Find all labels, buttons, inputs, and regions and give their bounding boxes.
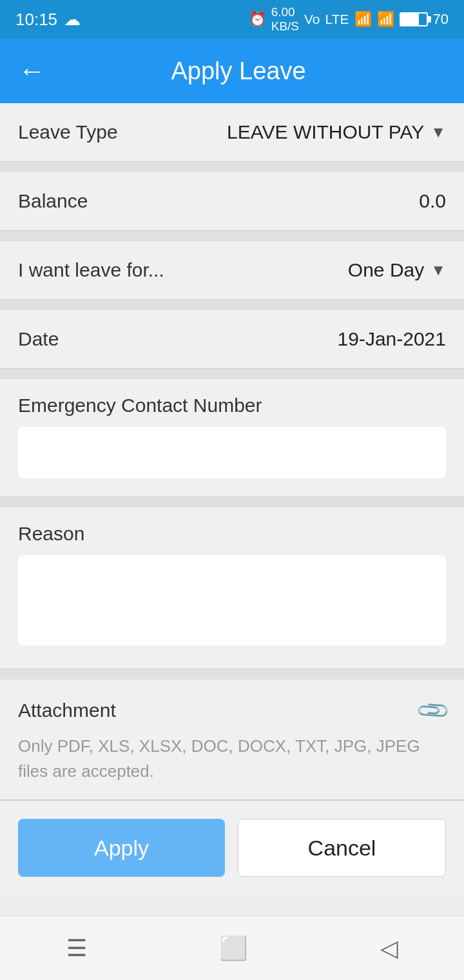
attachment-label: Attachment [18, 700, 116, 721]
signal-icon-1: 📶 [354, 11, 372, 28]
date-label: Date [18, 328, 59, 350]
balance-row: Balance 0.0 [0, 172, 464, 231]
volte-icon: Vo [304, 12, 320, 27]
navigation-bar: ☰ ⬜ ◁ [0, 916, 464, 980]
leave-for-value[interactable]: One Day ▼ [348, 259, 446, 281]
attachment-header: Attachment 📎 [18, 698, 446, 723]
battery-icon [400, 12, 428, 26]
cancel-button[interactable]: Cancel [238, 819, 446, 877]
menu-icon[interactable]: ☰ [66, 935, 87, 962]
emergency-contact-input[interactable] [18, 427, 446, 478]
leave-type-text: LEAVE WITHOUT PAY [227, 121, 424, 143]
back-button[interactable]: ← [18, 57, 45, 84]
emergency-contact-section: Emergency Contact Number [0, 379, 464, 497]
gap-6 [0, 669, 464, 680]
leave-type-row[interactable]: Leave Type LEAVE WITHOUT PAY ▼ [0, 103, 464, 162]
reason-section: Reason [0, 507, 464, 669]
lte-icon: LTE [325, 12, 349, 27]
battery-percent: 70 [433, 11, 449, 28]
attachment-hint: Only PDF, XLS, XLSX, DOC, DOCX, TXT, JPG… [18, 734, 446, 784]
date-value: 19-Jan-2021 [338, 328, 446, 350]
battery-fill [401, 14, 419, 25]
leave-type-value[interactable]: LEAVE WITHOUT PAY ▼ [227, 121, 446, 143]
balance-label: Balance [18, 190, 88, 212]
form-content: Leave Type LEAVE WITHOUT PAY ▼ Balance 0… [0, 103, 464, 916]
gap-3 [0, 300, 464, 310]
paperclip-icon[interactable]: 📎 [414, 692, 451, 729]
gap-1 [0, 162, 464, 172]
leave-type-label: Leave Type [18, 121, 118, 143]
attachment-section: Attachment 📎 Only PDF, XLS, XLSX, DOC, D… [0, 680, 464, 800]
gap-2 [0, 231, 464, 241]
reason-input[interactable] [18, 555, 446, 645]
status-right: ⏰ 6.00KB/S Vo LTE 📶 📶 70 [249, 5, 449, 34]
home-icon[interactable]: ⬜ [219, 935, 248, 962]
time-display: 10:15 [15, 10, 57, 30]
apply-button[interactable]: Apply [18, 819, 225, 877]
reason-label: Reason [18, 523, 446, 545]
leave-for-row[interactable]: I want leave for... One Day ▼ [0, 241, 464, 300]
emergency-contact-label: Emergency Contact Number [18, 395, 446, 416]
date-row[interactable]: Date 19-Jan-2021 [0, 310, 464, 369]
leave-for-label: I want leave for... [18, 259, 164, 281]
signal-icon-2: 📶 [377, 11, 394, 28]
gap-4 [0, 369, 464, 379]
app-bar: ← Apply Leave [0, 39, 464, 103]
balance-value: 0.0 [419, 190, 446, 212]
back-nav-icon[interactable]: ◁ [380, 935, 398, 962]
status-left: 10:15 ☁ [15, 10, 81, 30]
alarm-icon: ⏰ [249, 11, 266, 28]
page-title: Apply Leave [63, 57, 414, 85]
cloud-icon: ☁ [64, 10, 81, 30]
leave-type-dropdown-icon: ▼ [430, 123, 446, 141]
status-bar: 10:15 ☁ ⏰ 6.00KB/S Vo LTE 📶 📶 70 [0, 0, 464, 39]
leave-for-text: One Day [348, 259, 424, 281]
gap-5 [0, 497, 464, 507]
leave-for-dropdown-icon: ▼ [430, 261, 446, 279]
button-row: Apply Cancel [0, 800, 464, 895]
data-speed: 6.00KB/S [271, 5, 299, 34]
